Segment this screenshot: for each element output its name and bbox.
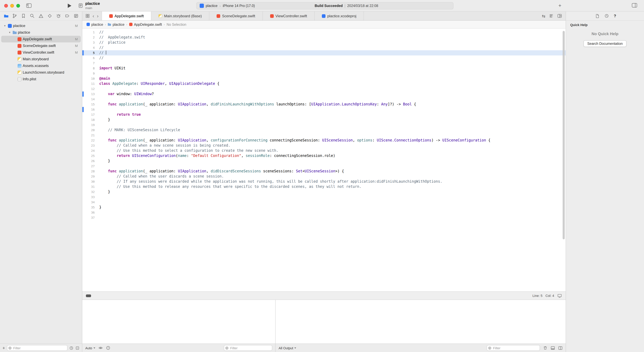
code-line[interactable]: 33 [82,195,566,200]
code-line[interactable]: 1// [82,30,566,35]
file-row[interactable]: SceneDelegate.swiftM [1,42,81,49]
code-line[interactable]: 6// [82,55,566,61]
console-view[interactable] [276,300,566,343]
code-line[interactable]: 10@main [82,76,566,81]
minimize-window-button[interactable] [10,4,14,8]
recent-files-icon[interactable] [69,346,74,350]
jumpbar-item[interactable]: AppDelegate.swift [129,23,162,26]
file-inspector-icon[interactable] [595,14,600,18]
quicklook-eye-icon[interactable] [98,346,103,350]
console-filter-input[interactable] [487,345,540,351]
run-button[interactable] [68,4,72,8]
search-documentation-button[interactable]: Search Documentation [583,40,626,47]
code-line[interactable]: 24 // Use this method to select a config… [82,148,566,153]
code-line[interactable]: 8import UIKit [82,66,566,71]
file-row[interactable]: Main.storyboard [1,56,81,62]
code-line[interactable]: 23 // Called when a new scene session is… [82,143,566,148]
source-control-navigator-icon[interactable] [12,13,18,19]
minimap-icon[interactable] [549,14,554,18]
trash-icon[interactable] [543,346,548,350]
disclosure-icon[interactable]: ▾ [8,31,12,34]
tab-Main.storyboard (Base)[interactable]: Main.storyboard (Base) [152,12,209,20]
report-navigator-icon[interactable] [73,13,79,19]
code-line[interactable]: 30 // If any sessions were discarded whi… [82,179,566,184]
disclosure-icon[interactable]: ▾ [3,24,7,27]
variables-filter-input[interactable] [224,345,272,351]
add-file-button[interactable]: + [2,345,5,350]
zoom-window-button[interactable] [16,4,20,8]
tab-plactice.xcodeproj[interactable]: plactice.xcodeproj [314,12,364,20]
editor-mode-indicator[interactable] [86,294,91,297]
code-line[interactable]: 4// [82,45,566,50]
jumpbar-item[interactable]: plactice [86,23,103,26]
tab-ViewController.swift[interactable]: ViewController.swift [263,12,314,20]
run-destination-selector[interactable]: plactice › iPhone 14 Pro (17.0) [196,4,258,8]
code-line[interactable]: 29 // Called when the user discards a sc… [82,174,566,179]
jumpbar-item[interactable]: No Selection [166,23,186,26]
code-editor[interactable]: 1//2// AppDelegate.swift3// plactice4//5… [82,29,566,291]
code-line[interactable]: 18 } [82,117,566,122]
code-line[interactable]: 21 [82,133,566,138]
file-row[interactable]: ViewController.swiftM [1,49,81,56]
display-icon[interactable] [557,293,562,298]
code-line[interactable]: 12 [82,86,566,91]
code-line[interactable]: 14 [82,97,566,102]
code-line[interactable]: 35} [82,205,566,210]
close-window-button[interactable] [4,4,8,8]
code-line[interactable]: 25 return UISceneConfiguration(name: "De… [82,153,566,158]
code-line[interactable]: 5// [82,50,566,55]
tab-SceneDelegate.swift[interactable]: SceneDelegate.swift [209,12,263,20]
code-review-icon[interactable]: ⇆ [542,14,546,18]
scrollbar-thumb[interactable] [563,31,565,239]
test-navigator-icon[interactable] [47,13,53,19]
code-line[interactable]: 17 return true [82,112,566,117]
file-row[interactable]: Info.plist [1,76,81,82]
code-line[interactable]: 32 } [82,189,566,195]
back-icon[interactable]: ‹ [92,14,94,18]
code-line[interactable]: 28 func application(_ application: UIApp… [82,169,566,174]
file-row[interactable]: Assets.xcassets [1,62,81,69]
code-line[interactable]: 16 [82,107,566,112]
file-row[interactable]: ▾placticeM [1,23,81,29]
variables-scope-dropdown[interactable]: Auto [85,346,95,350]
new-tab-button[interactable]: + [556,3,563,9]
code-line[interactable]: 31 // Use this method to release any res… [82,184,566,189]
toggle-navigator-icon[interactable] [26,3,32,9]
code-line[interactable]: 15 func application(_ application: UIApp… [82,102,566,107]
code-line[interactable]: 11class AppDelegate: UIResponder, UIAppl… [82,81,566,86]
quick-help-inspector-icon[interactable]: ? [614,14,616,18]
breakpoint-navigator-icon[interactable] [64,13,70,19]
scheme-block[interactable]: plactice main [78,2,100,10]
jumpbar-item[interactable]: plactice [108,23,124,26]
code-line[interactable]: 3// plactice [82,40,566,45]
forward-icon[interactable]: › [97,14,98,18]
build-status[interactable]: Build Succeeded | 2024/03/18 at 22:08 [258,4,453,8]
code-line[interactable]: 9 [82,71,566,76]
code-line[interactable]: 27 [82,163,566,169]
source-control-filter-icon[interactable] [75,346,80,350]
navigator-filter-input[interactable] [7,345,68,351]
tab-AppDelegate.swift[interactable]: AppDelegate.swift [102,12,151,20]
memory-warning-icon[interactable] [106,346,110,350]
variables-view[interactable] [82,300,275,343]
debug-navigator-icon[interactable] [56,13,62,19]
code-line[interactable]: 36 [82,210,566,215]
file-row[interactable]: ▾plactice [1,29,81,36]
code-line[interactable]: 34 [82,200,566,205]
project-navigator-icon[interactable] [3,13,9,19]
variables-pane-toggle-icon[interactable] [550,346,555,350]
issue-navigator-icon[interactable] [38,13,44,19]
file-row[interactable]: LaunchScreen.storyboard [1,69,81,76]
code-line[interactable]: 26 } [82,158,566,163]
toggle-inspector-icon[interactable] [632,3,637,8]
find-navigator-icon[interactable] [29,13,35,19]
console-pane-toggle-icon[interactable] [558,346,563,350]
code-line[interactable]: 20 // MARK: UISceneSession Lifecycle [82,127,566,133]
related-items-icon[interactable] [85,14,90,18]
code-line[interactable]: 2// AppDelegate.swift [82,35,566,40]
code-line[interactable]: 22 func application(_ application: UIApp… [82,138,566,143]
code-line[interactable]: 7 [82,61,566,66]
code-line[interactable]: 37 [82,215,566,220]
add-editor-icon[interactable] [557,14,562,18]
console-scope-dropdown[interactable]: All Output [278,346,296,350]
